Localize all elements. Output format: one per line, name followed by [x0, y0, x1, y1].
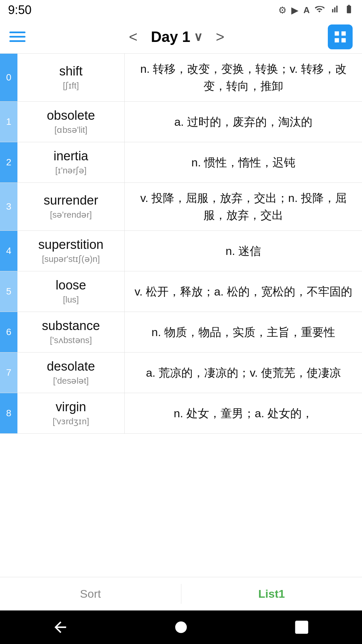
grid-icon: [333, 30, 348, 44]
table-row[interactable]: 7 desolate ['desələt] a. 荒凉的，凄凉的；v. 使荒芜，…: [0, 353, 362, 393]
word-english: surrender: [44, 193, 98, 208]
word-phonetic: [supər'stɪʃ(ə)n]: [42, 254, 100, 264]
toolbar: < Day 1 ∨ >: [0, 20, 362, 54]
word-definition: n. 惯性，惰性，迟钝: [125, 142, 362, 182]
bottom-tab-bar: Sort List1: [0, 577, 362, 610]
word-phonetic: [ɑbsə'lit]: [54, 125, 87, 135]
word-index: 3: [0, 183, 17, 230]
svg-point-0: [175, 622, 187, 633]
word-index: 7: [0, 353, 17, 393]
word-definition: a. 荒凉的，凄凉的；v. 使荒芜，使凄凉: [125, 353, 362, 393]
word-col: surrender [sə'rendər]: [17, 183, 125, 230]
word-english: obsolete: [47, 108, 95, 123]
status-icons: ⚙ ▶ A: [278, 4, 354, 16]
grid-view-button[interactable]: [328, 24, 353, 49]
word-english: shift: [59, 64, 83, 78]
word-col: desolate ['desələt]: [17, 353, 125, 393]
word-col: obsolete [ɑbsə'lit]: [17, 102, 125, 142]
word-phonetic: [ɪ'nərʃə]: [55, 165, 87, 176]
next-button[interactable]: >: [216, 29, 225, 45]
word-index: 2: [0, 142, 17, 182]
table-row[interactable]: 0 shift [ʃɪft] n. 转移，改变，变换，转换；v. 转移，改变，转…: [0, 54, 362, 102]
signal-icon: [329, 4, 339, 16]
table-row[interactable]: 2 inertia [ɪ'nərʃə] n. 惯性，惰性，迟钝: [0, 142, 362, 183]
back-icon: [52, 619, 69, 636]
word-definition: n. 处女，童男；a. 处女的，: [125, 393, 362, 433]
status-bar: 9:50 ⚙ ▶ A: [0, 0, 362, 20]
recents-button[interactable]: [288, 614, 315, 641]
word-index: 5: [0, 271, 17, 312]
table-row[interactable]: 1 obsolete [ɑbsə'lit] a. 过时的，废弃的，淘汰的: [0, 102, 362, 142]
day-title[interactable]: Day 1 ∨: [151, 29, 202, 45]
table-row[interactable]: 5 loose [lus] v. 松开，释放；a. 松的，宽松的，不牢固的: [0, 271, 362, 312]
prev-button[interactable]: <: [129, 29, 138, 45]
word-phonetic: [ʃɪft]: [63, 80, 79, 91]
sort-tab[interactable]: Sort: [0, 577, 181, 610]
word-definition: a. 过时的，废弃的，淘汰的: [125, 102, 362, 142]
back-button[interactable]: [47, 614, 74, 641]
svg-rect-1: [295, 621, 308, 634]
chevron-down-icon: ∨: [194, 30, 202, 44]
word-definition: n. 物质，物品，实质，主旨，重要性: [125, 312, 362, 352]
word-phonetic: [lus]: [63, 294, 79, 305]
word-english: loose: [56, 278, 86, 292]
word-col: substance ['sʌbstəns]: [17, 312, 125, 352]
word-col: virgin ['vɜrdʒɪn]: [17, 393, 125, 433]
word-col: inertia [ɪ'nərʃə]: [17, 142, 125, 182]
battery-icon: [344, 4, 354, 16]
word-english: superstition: [38, 237, 103, 252]
wifi-icon: [314, 4, 324, 16]
word-index: 4: [0, 231, 17, 271]
word-col: shift [ʃɪft]: [17, 54, 125, 101]
word-index: 6: [0, 312, 17, 352]
word-phonetic: [sə'rendər]: [50, 210, 92, 220]
word-english: virgin: [56, 400, 86, 414]
word-col: loose [lus]: [17, 271, 125, 312]
word-english: inertia: [54, 149, 88, 163]
gear-icon: ⚙: [278, 5, 287, 16]
table-row[interactable]: 3 surrender [sə'rendər] v. 投降，屈服，放弃，交出；n…: [0, 183, 362, 231]
status-time: 9:50: [8, 3, 32, 17]
word-phonetic: ['desələt]: [53, 376, 88, 386]
word-definition: v. 投降，屈服，放弃，交出；n. 投降，屈服，放弃，交出: [125, 183, 362, 230]
word-definition: v. 松开，释放；a. 松的，宽松的，不牢固的: [125, 271, 362, 312]
menu-button[interactable]: [9, 32, 25, 42]
word-index: 8: [0, 393, 17, 433]
word-phonetic: ['vɜrdʒɪn]: [53, 416, 89, 427]
nav-controls: < Day 1 ∨ >: [129, 29, 225, 45]
word-col: superstition [supər'stɪʃ(ə)n]: [17, 231, 125, 271]
word-index: 1: [0, 102, 17, 142]
recents-icon: [293, 619, 310, 636]
table-row[interactable]: 8 virgin ['vɜrdʒɪn] n. 处女，童男；a. 处女的，: [0, 393, 362, 434]
word-list: 0 shift [ʃɪft] n. 转移，改变，变换，转换；v. 转移，改变，转…: [0, 54, 362, 577]
word-definition: n. 转移，改变，变换，转换；v. 转移，改变，转向，推卸: [125, 54, 362, 101]
table-row[interactable]: 6 substance ['sʌbstəns] n. 物质，物品，实质，主旨，重…: [0, 312, 362, 353]
word-english: substance: [42, 319, 100, 333]
word-definition: n. 迷信: [125, 231, 362, 271]
home-icon: [172, 619, 190, 636]
play-icon: ▶: [291, 5, 299, 16]
word-index: 0: [0, 54, 17, 101]
a-icon: A: [303, 5, 310, 15]
list1-tab[interactable]: List1: [181, 577, 362, 610]
table-row[interactable]: 4 superstition [supər'stɪʃ(ə)n] n. 迷信: [0, 231, 362, 271]
nav-bar: [0, 610, 362, 644]
word-phonetic: ['sʌbstəns]: [50, 335, 92, 345]
home-button[interactable]: [168, 614, 194, 641]
word-english: desolate: [47, 359, 95, 374]
